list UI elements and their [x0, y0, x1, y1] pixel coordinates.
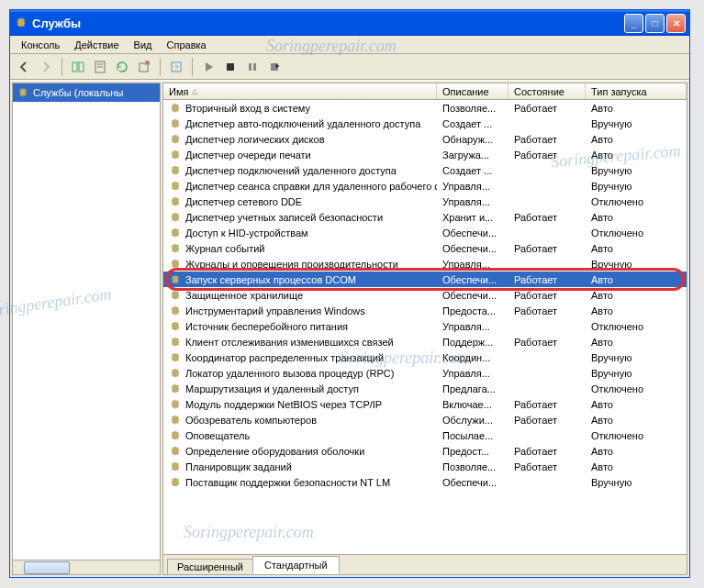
- tree-root[interactable]: Службы (локальны: [13, 83, 160, 102]
- refresh-button[interactable]: [112, 57, 132, 77]
- service-icon: [169, 149, 182, 161]
- table-row[interactable]: Диспетчер сетевого DDEУправля...Отключен…: [163, 194, 687, 209]
- service-start: Вручную: [586, 368, 687, 379]
- service-desc: Включае...: [437, 399, 508, 410]
- close-button[interactable]: ✕: [666, 14, 686, 33]
- back-button[interactable]: [14, 57, 34, 77]
- table-row[interactable]: Источник бесперебойного питанияУправля..…: [163, 318, 687, 334]
- table-row[interactable]: Поставщик поддержки безопасности NT LMОб…: [163, 474, 687, 490]
- service-name: Диспетчер сеанса справки для удаленного …: [185, 181, 437, 192]
- service-desc: Позволяе...: [437, 103, 508, 114]
- properties-button[interactable]: [90, 57, 110, 77]
- service-start: Авто: [586, 415, 687, 426]
- pause-service-button[interactable]: [242, 57, 263, 77]
- service-icon: [169, 460, 182, 473]
- service-state: Работает: [508, 150, 586, 161]
- table-row[interactable]: Инструментарий управления WindowsПредост…: [163, 303, 687, 318]
- svg-rect-11: [249, 63, 251, 71]
- table-row[interactable]: Локатор удаленного вызова процедур (RPC)…: [163, 365, 687, 381]
- service-name: Обозреватель компьютеров: [185, 415, 317, 426]
- service-start: Авто: [586, 150, 687, 161]
- menu-console[interactable]: Консоль: [14, 38, 67, 52]
- service-name: Поставщик поддержки безопасности NT LM: [185, 477, 390, 488]
- service-name: Диспетчер авто-подключений удаленного до…: [185, 118, 420, 129]
- menu-action[interactable]: Действие: [67, 38, 126, 52]
- service-state: Работает: [508, 243, 586, 254]
- service-icon: [169, 336, 182, 349]
- service-start: Отключено: [586, 430, 687, 441]
- service-desc: Управля...: [437, 368, 508, 379]
- service-start: Вручную: [586, 259, 687, 270]
- col-header-desc[interactable]: Описание: [437, 83, 508, 99]
- col-header-state[interactable]: Состояние: [508, 83, 586, 99]
- help-button[interactable]: ?: [166, 57, 186, 77]
- service-start: Авто: [586, 461, 687, 472]
- service-start: Вручную: [586, 118, 687, 129]
- service-name: Защищенное хранилище: [185, 290, 303, 301]
- service-desc: Загружа...: [437, 150, 508, 161]
- service-icon: [169, 102, 182, 115]
- minimize-button[interactable]: _: [624, 14, 643, 33]
- list-body[interactable]: Вторичный вход в системуПозволяе...Работ…: [163, 100, 687, 554]
- col-header-start[interactable]: Тип запуска: [586, 83, 687, 99]
- show-hide-tree-button[interactable]: [68, 57, 88, 77]
- body-area: Службы (локальны Имя△ Описание Состояние…: [10, 80, 689, 577]
- titlebar: Службы _ □ ✕: [10, 10, 689, 36]
- service-name: Инструментарий управления Windows: [185, 305, 365, 316]
- service-start: Вручную: [586, 181, 687, 192]
- table-row[interactable]: Диспетчер подключений удаленного доступа…: [163, 162, 687, 178]
- table-row[interactable]: ОповещательПосылае...Отключено: [163, 427, 687, 443]
- service-desc: Обеспечи...: [437, 477, 508, 488]
- table-row[interactable]: Журнал событийОбеспечи...РаботаетАвто: [163, 240, 687, 256]
- table-row[interactable]: Вторичный вход в системуПозволяе...Работ…: [163, 100, 687, 116]
- table-row[interactable]: Модуль поддержки NetBIOS через TCP/IPВкл…: [163, 396, 687, 412]
- start-service-button[interactable]: [198, 57, 218, 77]
- menu-help[interactable]: Справка: [160, 38, 214, 52]
- service-state: Работает: [508, 399, 586, 410]
- table-row[interactable]: Клиент отслеживания изменившихся связейП…: [163, 334, 687, 349]
- service-state: Работает: [508, 337, 586, 348]
- service-icon: [169, 429, 182, 442]
- table-row[interactable]: Диспетчер сеанса справки для удаленного …: [163, 178, 687, 194]
- table-row[interactable]: Диспетчер авто-подключений удаленного до…: [163, 116, 687, 131]
- table-row[interactable]: Запуск серверных процессов DCOMОбеспечи.…: [163, 272, 687, 287]
- service-icon: [169, 289, 182, 302]
- tab-extended[interactable]: Расширенный: [167, 559, 253, 574]
- maximize-button[interactable]: □: [645, 14, 665, 33]
- table-row[interactable]: Диспетчер учетных записей безопасностиХр…: [163, 209, 687, 225]
- table-row[interactable]: Планировщик заданийПозволяе...РаботаетАв…: [163, 459, 687, 474]
- service-desc: Предлага...: [437, 383, 508, 394]
- service-desc: Обеспечи...: [437, 290, 508, 301]
- tree-pane: Службы (локальны: [12, 83, 161, 575]
- export-button[interactable]: [134, 57, 154, 77]
- service-desc: Управля...: [437, 259, 508, 270]
- table-row[interactable]: Обозреватель компьютеровОбслужи...Работа…: [163, 412, 687, 427]
- service-name: Клиент отслеживания изменившихся связей: [185, 337, 394, 348]
- service-icon: [169, 367, 182, 380]
- tab-standard[interactable]: Стандартный: [252, 556, 340, 574]
- service-icon: [169, 195, 182, 208]
- service-start: Вручную: [586, 165, 687, 176]
- forward-button[interactable]: [36, 57, 56, 77]
- service-icon: [169, 351, 182, 364]
- table-row[interactable]: Маршрутизация и удаленный доступПредлага…: [163, 381, 687, 396]
- service-name: Источник бесперебойного питания: [185, 321, 348, 332]
- table-row[interactable]: Журналы и оповещения производительностиУ…: [163, 256, 687, 272]
- stop-service-button[interactable]: [220, 57, 240, 77]
- table-row[interactable]: Координатор распределенных транзакцийКоо…: [163, 349, 687, 365]
- col-header-name[interactable]: Имя△: [163, 83, 437, 99]
- table-row[interactable]: Диспетчер логических дисковОбнаруж...Раб…: [163, 131, 687, 147]
- table-row[interactable]: Доступ к HID-устройствамОбеспечи...Отклю…: [163, 225, 687, 240]
- restart-service-button[interactable]: [264, 57, 285, 77]
- table-row[interactable]: Защищенное хранилищеОбеспечи...РаботаетА…: [163, 287, 687, 303]
- service-name: Координатор распределенных транзакций: [185, 352, 384, 363]
- table-row[interactable]: Определение оборудования оболочкиПредост…: [163, 443, 687, 459]
- service-name: Журналы и оповещения производительности: [185, 259, 398, 270]
- left-scrollbar[interactable]: [13, 560, 160, 574]
- service-desc: Создает ...: [437, 165, 508, 176]
- svg-rect-6: [140, 63, 148, 72]
- menu-view[interactable]: Вид: [127, 38, 160, 52]
- menubar: Консоль Действие Вид Справка: [10, 36, 689, 54]
- table-row[interactable]: Диспетчер очереди печатиЗагружа...Работа…: [163, 147, 687, 162]
- service-icon: [169, 320, 182, 333]
